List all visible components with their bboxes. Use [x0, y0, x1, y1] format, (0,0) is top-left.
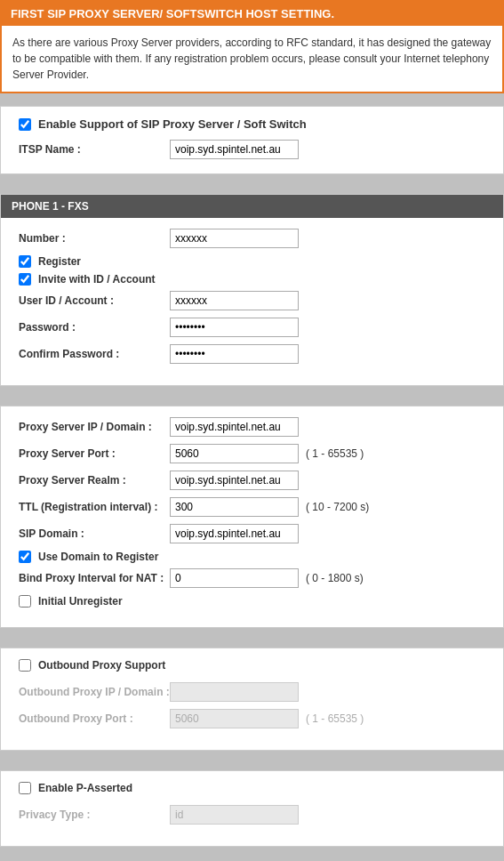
sip-domain-row: SIP Domain : — [19, 524, 485, 543]
ttl-row: TTL (Registration interval) : ( 10 - 720… — [19, 497, 485, 517]
passerted-enable-checkbox[interactable] — [19, 782, 31, 794]
privacy-type-row: Privacy Type : — [19, 805, 485, 825]
passerted-enable-label: Enable P-Asserted — [38, 782, 132, 794]
proxy-port-row: Proxy Server Port : ( 1 - 65535 ) — [19, 444, 485, 463]
proxy-panel-body: Proxy Server IP / Domain : Proxy Server … — [1, 406, 503, 627]
enable-sip-checkbox[interactable] — [19, 118, 31, 131]
use-domain-checkbox[interactable] — [19, 551, 31, 563]
userid-input[interactable] — [170, 291, 299, 310]
initial-unreg-label: Initial Unregister — [38, 595, 123, 608]
initial-unreg-row: Initial Unregister — [19, 595, 485, 608]
outbound-port-hint: ( 1 - 65535 ) — [306, 712, 364, 725]
realm-label: Proxy Server Realm : — [19, 474, 170, 487]
outbound-support-checkbox[interactable] — [19, 659, 31, 672]
enable-panel: Enable Support of SIP Proxy Server / Sof… — [0, 106, 504, 174]
proxy-port-label: Proxy Server Port : — [19, 447, 170, 460]
register-row: Register — [19, 255, 485, 268]
privacy-type-label: Privacy Type : — [19, 809, 170, 821]
phone-panel-header: PHONE 1 - FXS — [1, 195, 503, 218]
password-label: Password : — [19, 321, 170, 334]
header-title: FIRST SIP PROXY SERVER/ SOFTSWITCH HOST … — [2, 2, 502, 26]
enable-sip-row: Enable Support of SIP Proxy Server / Sof… — [19, 117, 485, 131]
outbound-port-input — [170, 709, 299, 728]
itsp-row: ITSP Name : — [19, 140, 485, 159]
confirm-password-row: Confirm Password : — [19, 344, 485, 364]
passerted-panel: Enable P-Asserted Privacy Type : — [0, 770, 504, 847]
enable-panel-body: Enable Support of SIP Proxy Server / Sof… — [1, 107, 503, 173]
ttl-hint: ( 10 - 7200 s) — [306, 501, 369, 513]
realm-row: Proxy Server Realm : — [19, 471, 485, 490]
use-domain-label: Use Domain to Register — [38, 551, 158, 563]
proxy-ip-input[interactable] — [170, 417, 299, 437]
outbound-support-row: Outbound Proxy Support — [19, 659, 485, 672]
register-checkbox[interactable] — [19, 255, 31, 268]
confirm-password-label: Confirm Password : — [19, 348, 170, 360]
header-section: FIRST SIP PROXY SERVER/ SOFTSWITCH HOST … — [0, 0, 504, 93]
invite-checkbox[interactable] — [19, 273, 31, 286]
passerted-panel-body: Enable P-Asserted Privacy Type : — [1, 771, 503, 846]
phone-panel-body: Number : Register Invite with ID / Accou… — [1, 218, 503, 385]
proxy-ip-row: Proxy Server IP / Domain : — [19, 417, 485, 437]
userid-row: User ID / Account : — [19, 291, 485, 310]
confirm-password-input[interactable] — [170, 344, 299, 364]
outbound-ip-label: Outbound Proxy IP / Domain : — [19, 686, 170, 698]
initial-unreg-checkbox[interactable] — [19, 595, 31, 608]
bind-proxy-label: Bind Proxy Interval for NAT : — [19, 572, 170, 584]
password-input[interactable] — [170, 318, 299, 337]
itsp-input[interactable] — [170, 140, 299, 159]
number-input[interactable] — [170, 229, 299, 248]
ttl-input[interactable] — [170, 497, 299, 517]
outbound-support-label: Outbound Proxy Support — [38, 659, 165, 672]
sip-domain-input[interactable] — [170, 524, 299, 543]
outbound-ip-row: Outbound Proxy IP / Domain : — [19, 682, 485, 702]
passerted-enable-row: Enable P-Asserted — [19, 782, 485, 794]
privacy-type-input — [170, 805, 299, 825]
number-label: Number : — [19, 232, 170, 245]
bind-proxy-row: Bind Proxy Interval for NAT : ( 0 - 1800… — [19, 568, 485, 588]
invite-row: Invite with ID / Account — [19, 273, 485, 286]
header-description: As there are various Proxy Server provid… — [2, 26, 502, 92]
realm-input[interactable] — [170, 471, 299, 490]
register-label: Register — [38, 255, 81, 268]
itsp-label: ITSP Name : — [19, 143, 170, 156]
outbound-port-label: Outbound Proxy Port : — [19, 712, 170, 725]
outbound-panel-body: Outbound Proxy Support Outbound Proxy IP… — [1, 648, 503, 750]
outbound-ip-input — [170, 682, 299, 702]
number-row: Number : — [19, 229, 485, 248]
outbound-panel: Outbound Proxy Support Outbound Proxy IP… — [0, 648, 504, 751]
proxy-port-input[interactable] — [170, 444, 299, 463]
use-domain-row: Use Domain to Register — [19, 551, 485, 563]
enable-sip-label: Enable Support of SIP Proxy Server / Sof… — [38, 117, 307, 131]
proxy-panel: Proxy Server IP / Domain : Proxy Server … — [0, 406, 504, 628]
button-row: Apply Cancel — [0, 854, 504, 861]
outbound-port-row: Outbound Proxy Port : ( 1 - 65535 ) — [19, 709, 485, 728]
page-wrapper: FIRST SIP PROXY SERVER/ SOFTSWITCH HOST … — [0, 0, 504, 861]
password-row: Password : — [19, 318, 485, 337]
bind-proxy-input[interactable] — [170, 568, 299, 588]
invite-label: Invite with ID / Account — [38, 273, 156, 286]
sip-domain-label: SIP Domain : — [19, 527, 170, 540]
proxy-port-hint: ( 1 - 65535 ) — [306, 447, 364, 460]
proxy-ip-label: Proxy Server IP / Domain : — [19, 421, 170, 433]
phone-panel: PHONE 1 - FXS Number : Register Invite w… — [0, 194, 504, 386]
userid-label: User ID / Account : — [19, 294, 170, 307]
ttl-label: TTL (Registration interval) : — [19, 501, 170, 513]
bind-proxy-hint: ( 0 - 1800 s) — [306, 572, 364, 584]
